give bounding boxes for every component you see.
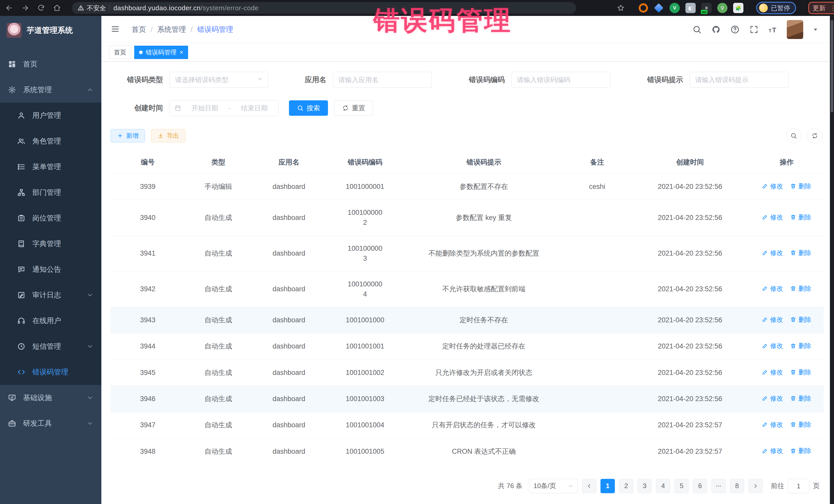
next-page-button[interactable] <box>748 479 763 493</box>
grid-extension-icon[interactable]: ◧ <box>685 3 696 13</box>
forward-icon[interactable] <box>21 3 30 13</box>
breadcrumb-home[interactable]: 首页 <box>132 25 146 35</box>
search-button[interactable]: 搜索 <box>289 100 328 116</box>
page-scrollbar[interactable] <box>830 16 834 504</box>
page-button-1[interactable]: 1 <box>600 479 615 493</box>
goto-page-input[interactable]: 1 <box>788 479 809 493</box>
security-warning[interactable]: 不安全 <box>78 4 106 12</box>
edit-link[interactable]: 修改 <box>762 315 783 324</box>
page-size-select[interactable]: 10条/页 <box>529 479 578 493</box>
delete-link[interactable]: 删除 <box>790 248 811 257</box>
end-date-placeholder[interactable]: 结束日期 <box>235 104 274 113</box>
sidebar-item-msg-clock[interactable]: 短信管理 <box>0 334 101 359</box>
green-check-extension-icon[interactable]: V <box>670 3 680 13</box>
home-icon[interactable] <box>52 3 62 13</box>
sidebar-item-users[interactable]: 角色管理 <box>0 128 101 154</box>
back-icon[interactable] <box>5 3 14 13</box>
page-button-3[interactable]: 3 <box>637 479 652 493</box>
tab-error-code[interactable]: 错误码管理 × <box>134 46 188 59</box>
sidebar-item-id-badge[interactable]: 岗位管理 <box>0 205 101 231</box>
sidebar-item-gear[interactable]: 系统管理 <box>0 77 101 103</box>
date-range-picker[interactable]: 开始日期 - 结束日期 <box>170 100 279 116</box>
sidebar-item-toolbox[interactable]: 研发工具 <box>0 411 101 436</box>
delete-link[interactable]: 删除 <box>790 368 811 377</box>
edit-link[interactable]: 修改 <box>762 181 783 191</box>
sidebar-item-user[interactable]: 用户管理 <box>0 103 101 128</box>
edit-link[interactable]: 修改 <box>762 248 783 257</box>
page-button-6[interactable]: 6 <box>693 479 707 493</box>
fullscreen-icon[interactable] <box>749 24 759 35</box>
app-name-input[interactable]: 请输入应用名 <box>333 72 432 88</box>
address-bar[interactable]: 不安全 dashboard.yudao.iocoder.cn/system/er… <box>72 2 576 14</box>
tab-home[interactable]: 首页 <box>109 46 131 59</box>
reset-button[interactable]: 重置 <box>334 100 373 116</box>
delete-link[interactable]: 删除 <box>790 284 811 293</box>
sidebar-item-code[interactable]: 错误码管理 <box>0 359 101 385</box>
sidebar-item-dashboard[interactable]: 首页 <box>0 51 101 77</box>
edit-link[interactable]: 修改 <box>762 284 783 293</box>
breadcrumb-system[interactable]: 系统管理 <box>157 25 186 35</box>
paused-extension-pill[interactable]: 已暂停 <box>756 2 796 14</box>
page-button-8[interactable]: 8 <box>730 479 744 493</box>
blue-gem-extension-icon[interactable] <box>654 3 664 13</box>
error-type-select[interactable]: 请选择错误码类型 <box>170 72 268 88</box>
table-row: 3948自动生成dashboard1001001005CRON 表达式不正确20… <box>111 438 824 464</box>
green-key-extension-icon[interactable]: ⚲ <box>717 3 727 13</box>
show-search-button[interactable] <box>786 128 801 143</box>
puzzle-extension-icon[interactable]: 🧩 <box>733 3 743 13</box>
error-hint-input[interactable]: 请输入错误码提示 <box>690 72 789 88</box>
delete-link[interactable]: 删除 <box>790 213 811 222</box>
browser-update-button[interactable]: 更新 ⋮ <box>808 2 834 14</box>
font-size-icon[interactable]: TT <box>768 24 778 35</box>
edit-link[interactable]: 修改 <box>762 420 783 429</box>
delete-link[interactable]: 删除 <box>790 420 811 429</box>
delete-link[interactable]: 删除 <box>790 394 811 403</box>
reload-icon[interactable] <box>37 3 46 13</box>
edit-link[interactable]: 修改 <box>762 446 783 455</box>
delete-link[interactable]: 删除 <box>790 446 811 455</box>
code-icon <box>17 368 26 376</box>
menu-dots-icon[interactable]: ⋮ <box>830 4 834 12</box>
table-body: 3939手动编辑dashboard1001000001参数配置不存在ceshi2… <box>111 174 824 464</box>
page-ellipsis[interactable] <box>711 479 726 493</box>
github-icon[interactable] <box>711 24 721 35</box>
cell-actions: 修改删除 <box>749 333 824 359</box>
page-button-2[interactable]: 2 <box>619 479 633 493</box>
search-icon[interactable] <box>692 24 702 35</box>
export-button[interactable]: 导出 <box>151 129 185 143</box>
sidebar-item-label: 菜单管理 <box>32 162 94 172</box>
sidebar-item-headset[interactable]: 在线用户 <box>0 308 101 334</box>
edit-link[interactable]: 修改 <box>762 368 783 377</box>
scrollbar-thumb[interactable] <box>831 20 833 112</box>
table-header-row: 编号类型应用名错误码编码错误码提示备注创建时间操作 <box>111 152 824 174</box>
delete-link[interactable]: 删除 <box>790 315 811 324</box>
error-code-input[interactable]: 请输入错误码编码 <box>511 72 610 88</box>
help-icon[interactable] <box>730 24 740 35</box>
edit-link[interactable]: 修改 <box>762 394 783 403</box>
page-button-5[interactable]: 5 <box>674 479 689 493</box>
caret-down-icon[interactable] <box>810 24 821 35</box>
dark-on-extension-icon[interactable]: ≡on <box>701 3 711 13</box>
sidebar-item-org-tree[interactable]: 部门管理 <box>0 180 101 205</box>
sidebar-item-book[interactable]: 字典管理 <box>0 231 101 257</box>
edit-link[interactable]: 修改 <box>762 213 783 222</box>
sidebar-item-pen-square[interactable]: 审计日志 <box>0 282 101 308</box>
sidebar-item-monitor[interactable]: 基础设施 <box>0 385 101 411</box>
hamburger-icon[interactable] <box>111 24 121 35</box>
column-header: 备注 <box>564 152 631 174</box>
orange-ring-extension-icon[interactable] <box>639 3 648 13</box>
add-button[interactable]: 新增 <box>111 129 145 143</box>
delete-link[interactable]: 删除 <box>790 341 811 350</box>
sidebar-item-menu-list[interactable]: 菜单管理 <box>0 154 101 180</box>
close-tab-icon[interactable]: × <box>180 49 183 56</box>
sidebar-item-comment[interactable]: 通知公告 <box>0 257 101 282</box>
bookmark-star-icon[interactable] <box>616 3 626 13</box>
edit-link[interactable]: 修改 <box>762 341 783 350</box>
app-logo[interactable]: 芋道管理系统 <box>0 16 101 45</box>
refresh-table-button[interactable] <box>807 128 822 143</box>
start-date-placeholder[interactable]: 开始日期 <box>185 104 224 113</box>
page-button-4[interactable]: 4 <box>656 479 670 493</box>
delete-link[interactable]: 删除 <box>790 181 811 191</box>
user-avatar[interactable] <box>787 20 803 39</box>
prev-page-button[interactable] <box>582 479 596 493</box>
